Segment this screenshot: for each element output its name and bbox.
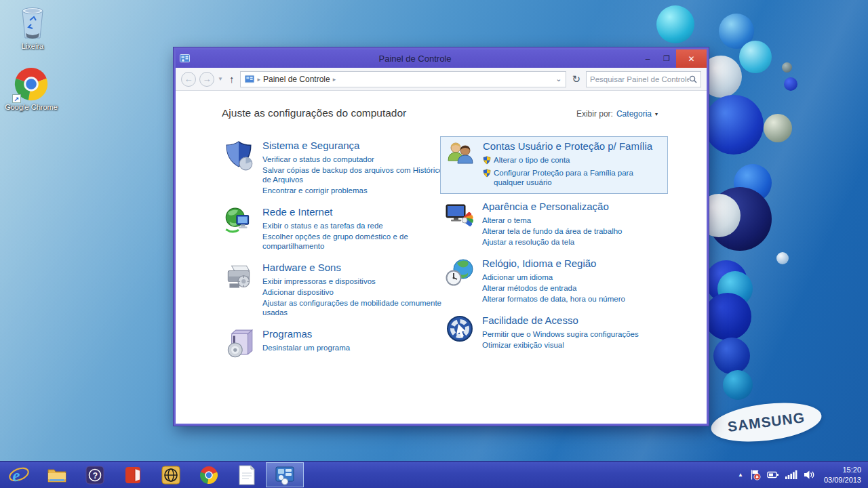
task-link[interactable]: Salvar cópias de backup dos arquivos com… <box>262 165 444 184</box>
address-dropdown-icon[interactable]: ⌄ <box>555 75 561 83</box>
taskbar-globe-button[interactable] <box>152 462 190 488</box>
task-link[interactable]: Exibir o status e as tarefas da rede <box>262 221 444 230</box>
taskbar-file-explorer-button[interactable] <box>38 462 76 488</box>
refresh-button[interactable]: ↻ <box>570 73 583 85</box>
task-link[interactable]: Adicionar dispositivo <box>262 287 444 297</box>
task-link[interactable]: Escolher opções de grupo doméstico e de … <box>262 232 444 251</box>
task-link[interactable]: Alterar o tema <box>482 216 623 225</box>
wallpaper-bubble <box>739 41 772 73</box>
task-link[interactable]: Alterar o tipo de conta <box>483 155 662 167</box>
category-title[interactable]: Relógio, Idioma e Região <box>482 258 625 270</box>
task-link[interactable]: Alterar tela de fundo da área de trabalh… <box>482 226 623 236</box>
chrome-icon <box>199 466 218 485</box>
wallpaper-bubble <box>723 370 753 400</box>
category-ease-of-access: Facilidade de Acesso Permitir que o Wind… <box>444 314 668 351</box>
task-link[interactable]: Permitir que o Windows sugira configuraç… <box>482 329 639 339</box>
breadcrumb-arrow-icon[interactable]: ▸ <box>333 76 336 83</box>
minimize-button[interactable]: – <box>638 49 657 68</box>
task-link[interactable]: Adicionar um idioma <box>482 272 625 282</box>
back-button[interactable]: ← <box>181 72 196 87</box>
view-by-value[interactable]: Categoria <box>616 109 652 119</box>
close-button[interactable]: ✕ <box>676 49 707 68</box>
system-security-icon <box>222 140 256 197</box>
office-icon <box>123 466 142 485</box>
help-icon: ? <box>85 466 104 485</box>
network-signal-icon[interactable] <box>785 470 797 479</box>
taskbar-office-button[interactable] <box>114 462 152 488</box>
breadcrumb-arrow-icon: ▸ <box>257 76 260 83</box>
task-link[interactable]: Alterar métodos de entrada <box>482 283 625 293</box>
taskbar-help-button[interactable]: ? <box>76 462 114 488</box>
category-clock-language-region: Relógio, Idioma e Região Adicionar um id… <box>444 258 668 305</box>
hardware-sound-icon <box>222 262 256 319</box>
category-title[interactable]: Hardware e Sons <box>262 262 444 274</box>
svg-text:?: ? <box>93 470 98 480</box>
search-icon[interactable] <box>689 75 697 83</box>
category-user-accounts-highlight[interactable]: Contas Usuário e Proteção p/ Família <box>440 136 668 194</box>
maximize-button[interactable]: ❐ <box>657 49 676 68</box>
task-link[interactable]: Encontrar e corrigir problemas <box>262 186 444 195</box>
action-center-flag-icon[interactable] <box>749 469 761 481</box>
search-box[interactable] <box>586 71 701 87</box>
breadcrumb[interactable]: Painel de Controle <box>263 75 330 84</box>
task-link[interactable]: Ajustar a resolução da tela <box>482 237 623 247</box>
task-link[interactable]: Configurar Proteção para a Família para … <box>483 168 662 187</box>
uac-shield-icon <box>483 169 491 180</box>
address-field[interactable]: ▸ Painel de Controle ▸ ⌄ <box>240 71 566 87</box>
control-panel-body: Ajuste as configurações do computador Ex… <box>176 91 707 424</box>
taskbar-notepad-button[interactable] <box>228 462 266 488</box>
tray-clock[interactable]: 15:20 03/09/2013 <box>821 465 861 485</box>
internet-explorer-icon: e <box>8 464 30 486</box>
category-title[interactable]: Sistema e Segurança <box>262 140 444 152</box>
up-button[interactable]: ↑ <box>226 73 237 85</box>
recent-pages-chevron-icon[interactable]: ▼ <box>218 76 223 82</box>
window-titlebar[interactable]: Painel de Controle – ❐ ✕ <box>176 49 707 68</box>
chrome-icon: ↗ <box>14 66 49 102</box>
taskbar-chrome-button[interactable] <box>190 462 228 488</box>
desktop: SAMSUNG Lixeira ↗ <box>0 0 868 488</box>
view-by-caret-icon[interactable]: ▾ <box>655 111 658 117</box>
tray-overflow-icon[interactable]: ▲ <box>738 472 743 478</box>
category-title[interactable]: Programas <box>262 328 350 340</box>
system-tray: ▲ <box>738 462 868 488</box>
task-link[interactable]: Desinstalar um programa <box>262 343 350 352</box>
category-user-accounts: Contas Usuário e Proteção p/ Família <box>445 140 662 188</box>
user-accounts-icon <box>445 140 476 188</box>
taskbar-control-panel-button[interactable] <box>266 462 304 487</box>
category-network-internet: Rede e Internet Exibir o status e as tar… <box>222 206 444 252</box>
category-title[interactable]: Contas Usuário e Proteção p/ Família <box>483 140 662 152</box>
power-icon[interactable] <box>767 470 779 479</box>
desktop-icon-label: Lixeira <box>1 42 64 50</box>
taskbar-internet-explorer-button[interactable]: e <box>0 462 38 488</box>
wallpaper-bubble <box>713 338 750 374</box>
search-input[interactable] <box>590 75 689 83</box>
desktop-icon-recycle-bin[interactable]: Lixeira <box>1 4 64 50</box>
volume-icon[interactable] <box>804 470 815 480</box>
task-link[interactable]: Alterar formatos de data, hora ou número <box>482 294 625 304</box>
task-link[interactable]: Verificar o status do computador <box>262 155 444 164</box>
wallpaper-bubble <box>764 114 792 142</box>
location-icon <box>245 75 254 84</box>
globe-icon <box>161 466 180 485</box>
clock-language-region-icon <box>444 258 475 305</box>
category-title[interactable]: Aparência e Personalização <box>482 201 623 213</box>
category-appearance: Aparência e Personalização Alterar o tem… <box>444 201 668 248</box>
desktop-icon-label: Google Chrome <box>0 103 62 111</box>
category-title[interactable]: Rede e Internet <box>262 206 444 218</box>
tray-date: 03/09/2013 <box>824 475 861 485</box>
recycle-bin-icon <box>1 4 64 41</box>
desktop-icon-google-chrome[interactable]: ↗ Google Chrome <box>0 66 62 111</box>
task-link[interactable]: Ajustar as configurações de mobilidade c… <box>262 298 444 317</box>
task-link[interactable]: Exibir impressoras e dispositivos <box>262 277 444 286</box>
wallpaper-bubble <box>784 77 797 91</box>
task-link[interactable]: Otimizar exibição visual <box>482 340 639 350</box>
view-by-control[interactable]: Exibir por: Categoria ▾ <box>576 109 658 119</box>
taskbar: e ? <box>0 461 868 488</box>
svg-text:e: e <box>12 466 20 484</box>
category-title[interactable]: Facilidade de Acesso <box>482 314 639 327</box>
wallpaper-bubble <box>776 252 789 264</box>
forward-button[interactable]: → <box>199 72 214 87</box>
view-by-label: Exibir por: <box>576 109 613 119</box>
task-link-label: Alterar o tipo de conta <box>494 155 570 165</box>
shortcut-arrow-icon: ↗ <box>12 94 21 103</box>
